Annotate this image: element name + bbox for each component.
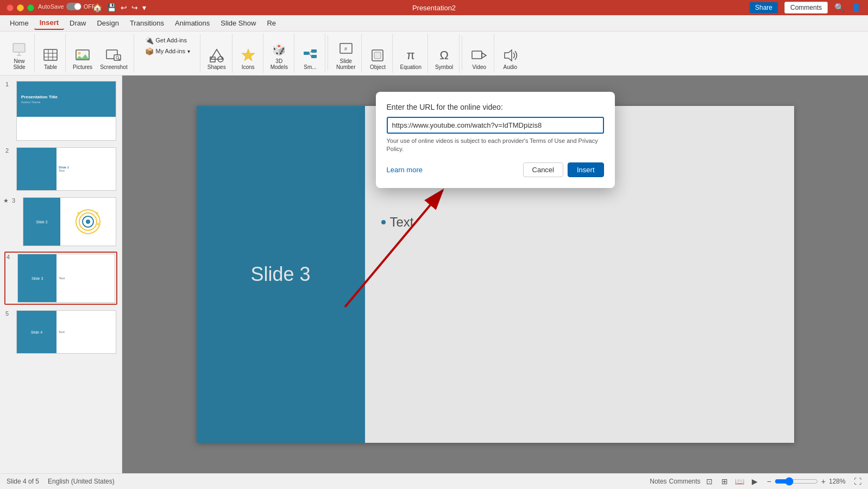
ribbon-content: NewSlide Table [0, 32, 868, 75]
group-equation: π Equation [394, 34, 427, 73]
slide-thumb-5: Slide 4 Text [16, 310, 116, 354]
tab-insert[interactable]: Insert [34, 16, 64, 30]
tab-draw[interactable]: Draw [64, 17, 91, 29]
svg-text:#: # [344, 46, 347, 52]
slide-item-2[interactable]: 2 Slide 1 Text [4, 146, 117, 192]
object-button[interactable]: Object [366, 45, 389, 72]
svg-rect-3 [44, 49, 57, 60]
smartart-label: Sm... [304, 64, 316, 70]
cancel-button[interactable]: Cancel [523, 162, 563, 177]
search-icon[interactable]: 🔍 [834, 3, 845, 12]
insert-button[interactable]: Insert [568, 162, 604, 177]
zoom-slider[interactable] [775, 477, 818, 486]
tab-transitions[interactable]: Transitions [124, 17, 169, 29]
smartart-button[interactable]: Sm... [299, 45, 322, 72]
close-window-button[interactable] [7, 4, 14, 11]
video-button[interactable]: Video [468, 45, 490, 72]
group-video: Video [464, 34, 494, 73]
audio-button[interactable]: Audio [499, 45, 521, 72]
group-slide-number: # SlideNumber [330, 34, 362, 73]
dialog-buttons: Cancel Insert [523, 162, 604, 177]
svg-marker-17 [242, 49, 255, 61]
autosave-toggle[interactable] [66, 3, 81, 10]
group-shapes: Shapes [202, 34, 232, 73]
symbol-label: Symbol [435, 64, 453, 70]
new-slide-button[interactable]: NewSlide [8, 39, 31, 72]
tab-design[interactable]: Design [91, 17, 124, 29]
user-icon[interactable]: 👤 [851, 3, 861, 12]
get-addins-icon: 🔌 [145, 36, 154, 45]
group-table: Table [36, 34, 66, 73]
group-object: Object [363, 34, 393, 73]
slide-number-button[interactable]: # SlideNumber [334, 39, 358, 72]
slide-number-2: 2 [5, 147, 13, 154]
group-audio: Audio [495, 34, 525, 73]
symbol-button[interactable]: Ω Symbol [432, 45, 456, 72]
save-icon[interactable]: 💾 [107, 3, 116, 12]
customize-icon[interactable]: ▾ [142, 3, 146, 12]
shapes-label: Shapes [207, 64, 226, 70]
tab-animations[interactable]: Animations [169, 17, 215, 29]
dialog-description: Your use of online videos is subject to … [387, 137, 604, 154]
traffic-lights [7, 4, 34, 11]
3d-models-button[interactable]: 🎲 3DModels [268, 39, 291, 72]
tab-slideshow[interactable]: Slide Show [215, 17, 261, 29]
share-button[interactable]: Share [750, 2, 778, 13]
tab-review[interactable]: Re [261, 17, 281, 29]
my-addins-button[interactable]: 📦 My Add-ins ▾ [142, 46, 193, 57]
maximize-window-button[interactable] [27, 4, 34, 11]
my-addins-icon: 📦 [145, 47, 154, 55]
svg-line-22 [309, 53, 311, 57]
url-input[interactable] [387, 117, 604, 134]
slide-star-3: ★ [3, 197, 9, 204]
shapes-button[interactable]: Shapes [205, 45, 229, 72]
equation-button[interactable]: π Equation [397, 45, 424, 72]
pictures-button[interactable]: Pictures [70, 45, 95, 72]
audio-icon [501, 47, 519, 64]
normal-view-button[interactable]: ⊡ [703, 475, 716, 488]
smartart-icon [301, 47, 319, 64]
my-addins-label: My Add-ins [156, 48, 185, 54]
minimize-window-button[interactable] [17, 4, 24, 11]
icons-button[interactable]: Icons [237, 45, 260, 72]
learn-more-link[interactable]: Learn more [387, 166, 423, 174]
svg-text:★: ★ [95, 211, 99, 216]
slide1-subtitle: Author Name [21, 101, 111, 104]
group-3d-models: 🎲 3DModels [265, 34, 294, 73]
svg-point-33 [86, 220, 90, 224]
fit-page-button[interactable]: ⛶ [854, 477, 861, 486]
screenshot-button[interactable]: Screenshot [97, 45, 130, 72]
slide-number-label: SlideNumber [336, 58, 356, 70]
comments-status-button[interactable]: Comments [669, 478, 701, 485]
table-button[interactable]: Table [39, 45, 62, 72]
slideshow-view-button[interactable]: ▶ [749, 475, 762, 488]
slide-item-3[interactable]: ★ 3 Slide 2 ★ ★ ★ [4, 196, 117, 247]
autosave-label: AutoSave [38, 3, 64, 10]
nav-area: 🏠 💾 ↩ ↪ ▾ [92, 3, 146, 12]
slide-item-5[interactable]: 5 Slide 4 Text [4, 309, 117, 355]
main-area: 1 Presentation Title Author Name 2 Slide… [0, 76, 868, 473]
undo-icon[interactable]: ↩ [121, 3, 127, 12]
group-addins: 🔌 Get Add-ins 📦 My Add-ins ▾ [135, 34, 200, 73]
slide2-text: Text [59, 169, 69, 172]
slide-item-4[interactable]: 4 Slide 3 Text [4, 252, 117, 305]
slide1-title: Presentation Title [21, 95, 111, 99]
zoom-control: − + 128% [767, 477, 848, 486]
slide-thumb-1: Presentation Title Author Name [16, 81, 116, 141]
group-new-slide: NewSlide [4, 34, 35, 73]
slide4-title: Slide 3 [29, 274, 45, 283]
get-addins-button[interactable]: 🔌 Get Add-ins [142, 35, 190, 46]
svg-rect-20 [311, 55, 317, 58]
reading-view-button[interactable]: 📖 [733, 475, 746, 488]
zoom-out-button[interactable]: − [767, 477, 771, 486]
home-icon[interactable]: 🏠 [92, 3, 103, 12]
slide-number-3: 3 [12, 197, 20, 204]
tab-home[interactable]: Home [4, 17, 34, 29]
slide-sorter-button[interactable]: ⊞ [718, 475, 731, 488]
zoom-level: 128% [829, 478, 848, 485]
zoom-in-button[interactable]: + [821, 477, 826, 486]
comments-button[interactable]: Comments [784, 2, 828, 14]
redo-icon[interactable]: ↪ [131, 3, 138, 12]
slide-item-1[interactable]: 1 Presentation Title Author Name [4, 80, 117, 142]
notes-button[interactable]: Notes [650, 478, 666, 485]
